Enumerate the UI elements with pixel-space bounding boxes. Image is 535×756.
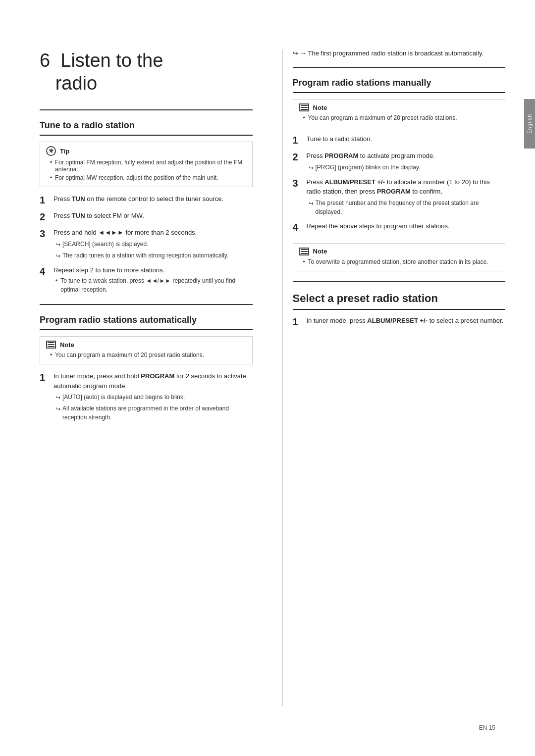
cont-result-text: ↪ → The first programmed radio station i… <box>293 50 506 57</box>
continuation-result: ↪ → The first programmed radio station i… <box>293 50 506 57</box>
manual-steps: 1 Tune to a radio station. 2 Press PROGR… <box>293 134 506 233</box>
divider-4 <box>293 281 506 282</box>
manual-result-3a: ↪ The preset number and the frequency of… <box>307 199 506 216</box>
arrow-icon-2: ↪ <box>55 252 60 260</box>
chapter-number: 6 <box>40 50 50 71</box>
tip-box: Tip For optimal FM reception, fully exte… <box>40 142 253 187</box>
note-line-1 <box>48 342 54 343</box>
note-box-1: Note You can program a maximum of 20 pre… <box>40 336 253 364</box>
manual-step-num-2: 2 <box>293 151 303 163</box>
result-3b: ↪ The radio tunes to a station with stro… <box>54 251 253 260</box>
note-line-9 <box>301 253 308 254</box>
note-label-2: Note <box>313 104 327 111</box>
page-number: EN 15 <box>479 724 495 731</box>
section-manual-program: Program radio stations manually Note <box>293 78 506 271</box>
auto-result-1b: ↪ All available stations are programmed … <box>54 404 253 422</box>
manual-step-num-3: 3 <box>293 177 303 189</box>
note-lines-3 <box>299 248 309 255</box>
tip-item-2: For optimal MW reception, adjust the pos… <box>50 174 246 181</box>
arrow-icon-4: ↪ <box>55 404 60 413</box>
note-label-3: Note <box>313 248 327 255</box>
note-list-3: To overwrite a programmed station, store… <box>299 258 499 265</box>
select-step-1: 1 In tuner mode, press ALBUM/PRESET +/- … <box>293 316 506 328</box>
manual-step-num-1: 1 <box>293 134 303 146</box>
tip-list: For optimal FM reception, fully extend a… <box>46 159 246 181</box>
note-item-1: You can program a maximum of 20 preset r… <box>50 352 246 358</box>
step-content-2: Press TUN to select FM or MW. <box>54 211 253 221</box>
manual-step-num-4: 4 <box>293 221 303 233</box>
section-select-heading: Select a preset radio station <box>293 292 506 310</box>
note-line-2 <box>48 344 54 345</box>
auto-step-1: 1 In tuner mode, press and hold PROGRAM … <box>40 371 253 422</box>
tip-label: Tip <box>60 148 69 155</box>
note-list-1: You can program a maximum of 20 preset r… <box>46 352 246 358</box>
note-item-3: To overwrite a programmed station, store… <box>303 258 499 265</box>
note-line-3 <box>48 346 54 347</box>
left-column: 6 Listen to the radio Tune to a radio st… <box>40 50 263 706</box>
auto-step-content-1: In tuner mode, press and hold PROGRAM fo… <box>54 371 253 422</box>
step-num-2: 2 <box>40 211 50 223</box>
manual-step-content-4: Repeat the above steps to program other … <box>307 221 506 231</box>
auto-step-num-1: 1 <box>40 371 50 383</box>
note-item-2: You can program a maximum of 20 preset r… <box>303 114 499 121</box>
step-num-3: 3 <box>40 228 50 240</box>
tune-step-3: 3 Press and hold ◄◄►► for more than 2 se… <box>40 228 253 260</box>
result-3a: ↪ [SEARCH] (search) is displayed. <box>54 240 253 249</box>
note-lines-2 <box>299 104 309 111</box>
note-line-5 <box>301 107 308 108</box>
select-step-content-1: In tuner mode, press ALBUM/PRESET +/- to… <box>307 316 506 326</box>
tip-icon <box>46 146 56 156</box>
manual-step-content-2: Press PROGRAM to activate program mode. … <box>307 151 506 172</box>
step-content-3: Press and hold ◄◄►► for more than 2 seco… <box>54 228 253 260</box>
manual-step-3: 3 Press ALBUM/PRESET +/- to allocate a n… <box>293 177 506 216</box>
note-header-3: Note <box>299 248 499 255</box>
arrow-icon-7: ↪ <box>309 199 314 208</box>
select-step-num-1: 1 <box>293 316 303 328</box>
divider-1 <box>40 109 253 110</box>
section-tune-heading: Tune to a radio station <box>40 120 253 136</box>
tip-item-1: For optimal FM reception, fully extend a… <box>50 159 246 173</box>
step-num-1: 1 <box>40 194 50 206</box>
note-icon-2 <box>299 103 309 111</box>
manual-step-content-1: Tune to a radio station. <box>307 134 506 144</box>
note-line-4 <box>301 105 308 106</box>
step-content-4: Repeat step 2 to tune to more stations. … <box>54 265 253 295</box>
right-column: ↪ → The first programmed radio station i… <box>282 50 506 706</box>
note-lines <box>46 341 56 348</box>
chapter-heading: 6 Listen to the radio <box>40 50 253 95</box>
note-line-6 <box>301 109 308 110</box>
note-line-8 <box>301 251 308 252</box>
section-auto-program: Program radio stations automatically Not… <box>40 315 253 422</box>
note-list-2: You can program a maximum of 20 preset r… <box>299 114 499 121</box>
arrow-icon: ↪ <box>55 240 60 249</box>
step-content-1: Press TUN on the remote control to selec… <box>54 194 253 204</box>
side-tab-label: English <box>527 114 533 134</box>
note-icon-3 <box>299 248 309 255</box>
section-manual-heading: Program radio stations manually <box>293 78 506 93</box>
step-num-4: 4 <box>40 265 50 277</box>
divider-2 <box>40 304 253 305</box>
arrow-icon-3: ↪ <box>55 393 60 402</box>
select-steps: 1 In tuner mode, press ALBUM/PRESET +/- … <box>293 316 506 328</box>
sub-bullet-4: To tune to a weak station, press ◄◄/►► r… <box>54 276 253 294</box>
tune-step-1: 1 Press TUN on the remote control to sel… <box>40 194 253 206</box>
section-tune: Tune to a radio station Tip For optimal … <box>40 120 253 294</box>
chapter-title-line2: radio <box>55 73 98 94</box>
tune-steps: 1 Press TUN on the remote control to sel… <box>40 194 253 294</box>
tune-step-2: 2 Press TUN to select FM or MW. <box>40 211 253 223</box>
content-area: 6 Listen to the radio Tune to a radio st… <box>0 30 535 726</box>
page-footer: EN 15 <box>479 724 495 731</box>
note-line-7 <box>301 249 308 250</box>
tune-step-4: 4 Repeat step 2 to tune to more stations… <box>40 265 253 295</box>
side-tab: English <box>524 99 535 149</box>
manual-step-2: 2 Press PROGRAM to activate program mode… <box>293 151 506 172</box>
arrow-icon-6: ↪ <box>309 163 314 172</box>
note-header-2: Note <box>299 103 499 111</box>
arrow-icon-5: ↪ <box>293 50 298 57</box>
note-label-1: Note <box>60 341 74 349</box>
manual-step-4: 4 Repeat the above steps to program othe… <box>293 221 506 233</box>
page: English 6 Listen to the radio Tune to a … <box>0 0 535 756</box>
divider-3 <box>293 67 506 68</box>
manual-step-1: 1 Tune to a radio station. <box>293 134 506 146</box>
note-box-2: Note You can program a maximum of 20 pre… <box>293 99 506 127</box>
